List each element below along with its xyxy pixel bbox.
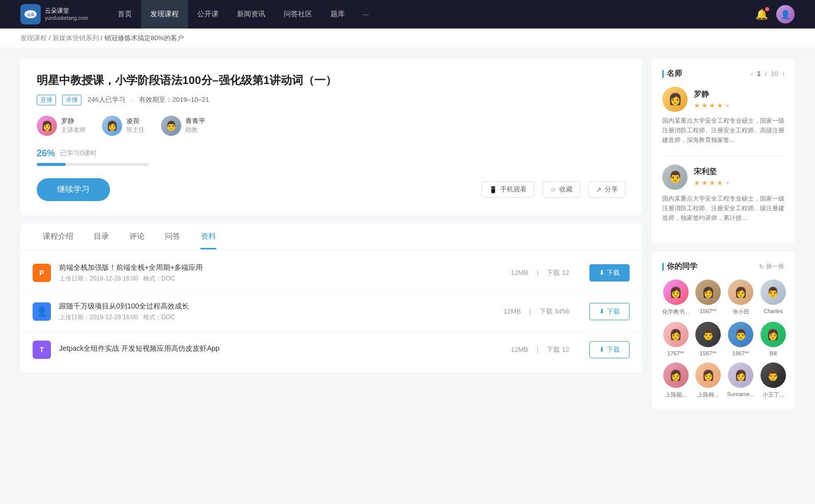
resource-3-info: Jetpack全组件实战 开发短视频应用高仿皮皮虾App [59, 344, 491, 355]
teacher-2-name: 凌荷 [126, 117, 145, 126]
classmate-5: 👩 1767** [662, 322, 689, 356]
tab-resources[interactable]: 资料 [191, 223, 226, 249]
classmate-5-avatar: 👩 [663, 322, 689, 347]
nav-more[interactable]: ··· [354, 0, 378, 29]
watch-mobile-label: 手机观看 [500, 185, 527, 194]
sidebar-teacher-2: 👨 宋利坚 ★ ★ ★ ★ ★ 国内某重点大学安全工程专业硕士，国家一级注册消防… [662, 164, 784, 223]
classmate-7-name: 1867** [732, 350, 749, 356]
user-avatar[interactable]: 👤 [776, 5, 795, 23]
bell-icon[interactable]: 🔔 [755, 8, 768, 20]
resource-1-name: 前端全栈加强版！前端全栈+全周期+多端应用 [59, 263, 491, 272]
sidebar-teacher-1-info: 罗静 ★ ★ ★ ★ ★ [694, 90, 731, 109]
resource-1-download-button[interactable]: ⬇ 下载 [589, 264, 630, 282]
sidebar-teacher-1-top: 👩 罗静 ★ ★ ★ ★ ★ [662, 87, 784, 112]
course-meta: 直播 录播 246人已学习 · 有效期至：2019–10–21 [37, 95, 626, 105]
sidebar-teacher-1-desc: 国内某重点大学安全工程专业硕士，国家一级注册消防工程师、注册安全工程师、高级注册… [662, 116, 784, 146]
classmate-4-name: Charles [764, 308, 783, 314]
teachers-page: 1 [757, 70, 760, 77]
teacher-2-role: 班主任 [126, 126, 145, 134]
classmate-2: 👩 1567** [695, 279, 721, 316]
classmate-12-avatar: 👨 [760, 362, 786, 388]
classmate-3-avatar: 👩 [728, 279, 753, 305]
classmate-3: 👩 张小田 [727, 279, 754, 316]
resource-2-download-button[interactable]: ⬇ 下载 [589, 303, 630, 320]
resource-item-3: T Jetpack全组件实战 开发短视频应用高仿皮皮虾App 12MB ｜ 下载… [20, 331, 642, 368]
action-buttons: 📱 手机观看 ☆ 收藏 ↗ 分享 [481, 181, 626, 198]
classmate-1-avatar: 👩 [663, 279, 689, 305]
teachers-next-button[interactable]: › [782, 70, 784, 77]
progress-label: 26% 已学习0课时 [37, 148, 626, 159]
classmates-refresh-button[interactable]: ↻ 换一换 [759, 262, 784, 271]
navigation: 云朵 云朵课堂yunduoketang.com 首页 发现课程 公开课 新闻资讯… [0, 0, 815, 29]
classmate-6: 👨 1567** [695, 322, 721, 356]
resource-2-info: 跟随千万级项目从0到100全过程高效成长 上传日期：2019-12-28 16:… [59, 302, 483, 322]
tabs-card: 课程介绍 目录 评论 问答 资料 P 前端全栈加强版！前端全栈+全周期+多端应用… [20, 223, 642, 372]
nav-right: 🔔 👤 [755, 5, 795, 23]
teacher-1: 👩 罗静 主讲老师 [37, 116, 86, 136]
progress-section: 26% 已学习0课时 [37, 148, 626, 166]
resource-3-name: Jetpack全组件实战 开发短视频应用高仿皮皮虾App [59, 344, 491, 353]
classmate-1: 👩 化学教书... [662, 279, 689, 316]
breadcrumb-discover[interactable]: 发现课程 [20, 34, 47, 42]
teachers-prev-button[interactable]: ‹ [751, 70, 753, 77]
tab-qa[interactable]: 问答 [155, 223, 191, 249]
share-icon: ↗ [596, 186, 602, 193]
sidebar-teacher-1-stars: ★ ★ ★ ★ ★ [694, 101, 731, 109]
resource-2-stats: 12MB ｜ 下载 3456 [502, 307, 572, 316]
teacher-1-info: 罗静 主讲老师 [61, 117, 86, 134]
teacher-1-role: 主讲老师 [61, 126, 86, 134]
teacher-3: 👨 青青平 助教 [161, 116, 205, 136]
classmate-9: 👩 上陈能... [662, 362, 689, 399]
resource-2-name: 跟随千万级项目从0到100全过程高效成长 [59, 302, 483, 311]
classmates-card-title: 你的同学 [662, 262, 697, 271]
notification-dot [765, 7, 769, 11]
resource-3-download-button[interactable]: ⬇ 下载 [589, 341, 630, 358]
sidebar-teacher-2-top: 👨 宋利坚 ★ ★ ★ ★ ★ [662, 164, 784, 190]
resource-2-meta: 上传日期：2019-12-28 16:00 格式：DOC [59, 313, 483, 322]
classmate-11: 👩 Surname... [727, 362, 754, 399]
classmate-3-name: 张小田 [732, 308, 749, 316]
nav-quiz[interactable]: 题库 [321, 0, 354, 29]
nav-discover[interactable]: 发现课程 [141, 0, 188, 29]
classmate-9-avatar: 👩 [663, 362, 689, 388]
badge-recorded: 录播 [62, 95, 82, 105]
sidebar-teacher-2-desc: 国内某重点大学安全工程专业硕士，国家一级注册消防工程师、注册安全工程师、级注册建… [662, 194, 784, 223]
classmate-11-name: Surname... [727, 391, 754, 397]
classmate-10: 👩 上陈棉... [695, 362, 721, 399]
course-teachers: 👩 罗静 主讲老师 👩 凌荷 班主任 [37, 116, 626, 136]
nav-qa[interactable]: 问答社区 [275, 0, 321, 29]
teachers-total: 10 [771, 70, 778, 77]
teacher-3-avatar: 👨 [161, 116, 181, 136]
course-header-card: 明星中教授课，小学阶段语法100分–强化级第1讲动词（一） 直播 录播 246人… [20, 59, 642, 215]
tab-catalog[interactable]: 目录 [84, 223, 119, 249]
teachers-card-title: 名师 [662, 69, 682, 78]
breadcrumb-series[interactable]: 新媒体营销系列 [52, 34, 99, 42]
classmate-4: 👨 Charles [760, 279, 786, 316]
classmate-2-name: 1567** [700, 308, 717, 314]
resource-3-icon: T [33, 341, 51, 359]
nav-news[interactable]: 新闻资讯 [228, 0, 275, 29]
tab-comment[interactable]: 评论 [119, 223, 155, 249]
teacher-2-info: 凌荷 班主任 [126, 117, 145, 134]
nav-home[interactable]: 首页 [108, 0, 141, 29]
classmate-11-avatar: 👩 [728, 362, 753, 388]
share-button[interactable]: ↗ 分享 [588, 181, 626, 198]
breadcrumb: 发现课程 / 新媒体营销系列 / 销冠修炼术搞定80%的客户 [0, 29, 815, 48]
main-content: 明星中教授课，小学阶段语法100分–强化级第1讲动词（一） 直播 录播 246人… [0, 48, 815, 427]
course-title: 明星中教授课，小学阶段语法100分–强化级第1讲动词（一） [37, 73, 626, 89]
student-count: 246人已学习 [88, 95, 125, 104]
content-area: 明星中教授课，小学阶段语法100分–强化级第1讲动词（一） 直播 录播 246人… [20, 59, 642, 417]
watch-mobile-button[interactable]: 📱 手机观看 [481, 181, 534, 198]
collect-button[interactable]: ☆ 收藏 [542, 181, 580, 198]
teacher-3-role: 助教 [185, 126, 205, 134]
tab-intro[interactable]: 课程介绍 [33, 223, 84, 249]
teachers-card-header: 名师 ‹ 1 / 10 › [662, 69, 784, 78]
classmate-8: 👩 Bill [760, 322, 786, 356]
continue-learning-button[interactable]: 继续学习 [37, 178, 110, 201]
sidebar: 名师 ‹ 1 / 10 › 👩 罗静 [652, 59, 795, 417]
logo[interactable]: 云朵 云朵课堂yunduoketang.com [20, 4, 88, 24]
nav-open[interactable]: 公开课 [188, 0, 228, 29]
sidebar-teacher-1-avatar: 👩 [662, 87, 688, 112]
logo-text: 云朵课堂yunduoketang.com [45, 7, 88, 22]
refresh-label: 换一换 [766, 262, 784, 271]
